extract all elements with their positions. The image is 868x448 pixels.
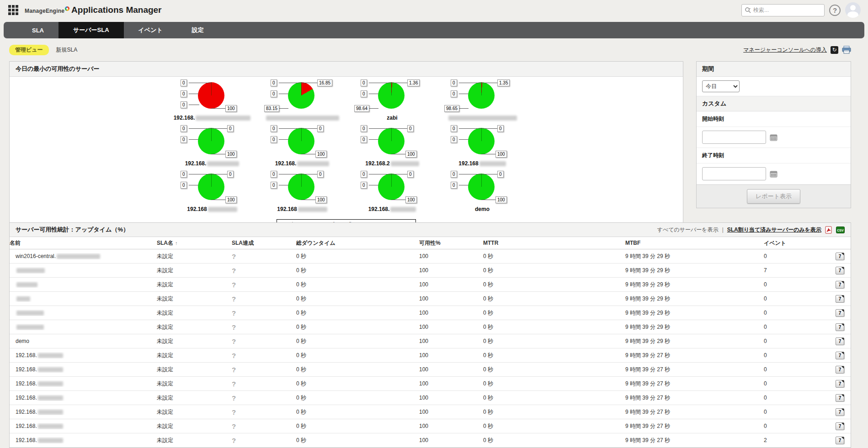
masked-text bbox=[16, 282, 37, 287]
seven-day-report-icon[interactable]: 7 bbox=[836, 323, 844, 331]
server-name[interactable] bbox=[263, 115, 341, 121]
seven-day-report-icon[interactable]: 7 bbox=[836, 394, 844, 402]
availability-pie-chart[interactable] bbox=[468, 82, 495, 109]
cell-name[interactable]: 192.168. bbox=[10, 437, 157, 443]
server-name[interactable]: 192.168. bbox=[173, 115, 251, 121]
seven-day-report-icon[interactable]: 7 bbox=[836, 352, 844, 359]
manager-console-link[interactable]: マネージャーコンソールへの導入 bbox=[743, 46, 827, 54]
pie-callout-line bbox=[369, 128, 391, 129]
tab-new-sla[interactable]: 新規SLA bbox=[56, 46, 78, 54]
availability-pie-chart[interactable] bbox=[288, 128, 314, 154]
server-name[interactable]: 192.168. bbox=[173, 160, 251, 167]
print-icon[interactable] bbox=[842, 46, 851, 54]
start-time-input[interactable] bbox=[702, 131, 766, 144]
server-name[interactable]: 192.168. bbox=[263, 160, 341, 167]
column-header[interactable]: イベント bbox=[764, 239, 832, 247]
app-logo: ManageEngine Applications Manager bbox=[25, 5, 162, 15]
csv-export-icon[interactable]: CSV bbox=[836, 227, 845, 233]
server-name[interactable]: 192.168 bbox=[443, 160, 521, 167]
server-name[interactable] bbox=[443, 115, 521, 121]
cell-name[interactable]: 192.168. bbox=[10, 409, 157, 415]
cell-name[interactable]: demo bbox=[10, 338, 157, 344]
column-header[interactable]: SLA名↑ bbox=[157, 239, 232, 247]
availability-pie-chart[interactable] bbox=[198, 128, 224, 154]
seven-day-report-icon[interactable]: 7 bbox=[836, 380, 844, 388]
cell-availability: 100 bbox=[419, 310, 483, 316]
availability-pie-chart[interactable] bbox=[198, 82, 224, 109]
availability-pie-chart[interactable] bbox=[468, 174, 495, 200]
sync-icon[interactable]: ↻ bbox=[831, 46, 838, 54]
cell-name[interactable] bbox=[10, 310, 157, 316]
nav-tab[interactable]: イベント bbox=[124, 22, 177, 38]
app-grid-icon[interactable] bbox=[8, 5, 18, 15]
pie-value-label: 100 bbox=[405, 196, 417, 203]
cell-name[interactable]: 192.168. bbox=[10, 352, 157, 358]
pie-value-label: 0 bbox=[361, 182, 367, 189]
pie-value-label: 0 bbox=[227, 171, 234, 178]
server-name[interactable]: demo bbox=[443, 206, 521, 213]
nav-tab[interactable]: 設定 bbox=[177, 22, 218, 38]
server-name[interactable]: 192.168 bbox=[263, 206, 341, 213]
cell-events: 0 bbox=[764, 352, 832, 358]
availability-pie-chart[interactable] bbox=[288, 174, 314, 200]
pie-callout-line bbox=[211, 174, 228, 174]
pie-callout-line bbox=[391, 154, 406, 154]
show-report-button[interactable]: レポート表示 bbox=[747, 189, 800, 204]
server-name[interactable]: 192.168.2 bbox=[353, 160, 431, 167]
cell-name[interactable] bbox=[10, 324, 157, 330]
search-input[interactable] bbox=[753, 7, 821, 13]
column-header[interactable]: 総ダウンタイム bbox=[296, 239, 419, 247]
seven-day-report-icon[interactable]: 7 bbox=[836, 366, 844, 374]
cell-name[interactable] bbox=[10, 281, 157, 288]
end-time-input[interactable] bbox=[702, 167, 766, 180]
cell-name[interactable] bbox=[10, 267, 157, 274]
user-avatar[interactable] bbox=[845, 2, 861, 18]
column-header[interactable]: 名前 bbox=[10, 239, 157, 247]
seven-day-report-icon[interactable]: 7 bbox=[836, 437, 844, 444]
cell-name[interactable]: 192.168. bbox=[10, 395, 157, 401]
availability-pie-chart[interactable] bbox=[198, 174, 224, 200]
cell-sla-name: 未設定 bbox=[157, 281, 232, 289]
cell-name[interactable]: 192.168. bbox=[10, 366, 157, 373]
cell-mtbf: 9 時間 39 分 27 秒 bbox=[625, 437, 764, 444]
seven-day-report-icon[interactable]: 7 bbox=[836, 281, 844, 289]
nav-tab[interactable]: サーバーSLA bbox=[59, 22, 124, 38]
tab-admin-view[interactable]: 管理ビュー bbox=[9, 45, 49, 55]
availability-pie-chart[interactable] bbox=[378, 128, 405, 154]
seven-day-report-icon[interactable]: 7 bbox=[836, 267, 844, 274]
availability-pie-chart[interactable] bbox=[288, 82, 314, 109]
pie-callout-line bbox=[279, 94, 288, 94]
calendar-icon[interactable] bbox=[770, 134, 777, 141]
availability-pie-chart[interactable] bbox=[468, 128, 495, 154]
column-header[interactable]: MTTR bbox=[483, 240, 625, 246]
cell-name[interactable] bbox=[10, 295, 157, 302]
nav-tab[interactable]: SLA bbox=[17, 22, 59, 38]
pie-value-label: 0 bbox=[451, 136, 457, 143]
pie-callout-line bbox=[459, 139, 469, 140]
column-header[interactable]: MTBF bbox=[625, 240, 764, 246]
cell-total-downtime: 0 秒 bbox=[296, 281, 419, 289]
help-icon[interactable]: ? bbox=[829, 5, 841, 16]
cell-name[interactable]: 192.168. bbox=[10, 423, 157, 429]
server-name[interactable]: 192.168. bbox=[353, 206, 431, 213]
seven-day-report-icon[interactable]: 7 bbox=[836, 309, 844, 317]
show-sla-servers-link[interactable]: SLA割り当て済みサーバーのみを表示 bbox=[727, 226, 821, 234]
cell-mtbf: 9 時間 39 分 29 秒 bbox=[625, 281, 764, 289]
cell-name[interactable]: 192.168. bbox=[10, 380, 157, 387]
period-select[interactable]: 今日 bbox=[702, 80, 740, 92]
calendar-icon[interactable] bbox=[770, 170, 777, 178]
availability-pie-chart[interactable] bbox=[378, 82, 405, 109]
column-header[interactable]: 可用性% bbox=[419, 239, 483, 247]
pdf-export-icon[interactable] bbox=[825, 226, 832, 234]
seven-day-report-icon[interactable]: 7 bbox=[836, 422, 844, 430]
seven-day-report-icon[interactable]: 7 bbox=[836, 253, 844, 260]
availability-pie-chart[interactable] bbox=[378, 174, 405, 200]
show-all-servers-link[interactable]: すべてのサーバーを表示 bbox=[657, 226, 719, 234]
seven-day-report-icon[interactable]: 7 bbox=[836, 337, 844, 345]
seven-day-report-icon[interactable]: 7 bbox=[836, 295, 844, 303]
seven-day-report-icon[interactable]: 7 bbox=[836, 408, 844, 416]
cell-name[interactable]: win2016-central. bbox=[10, 253, 157, 259]
server-name[interactable]: zabi bbox=[353, 115, 431, 121]
column-header[interactable]: SLA達成 bbox=[232, 239, 296, 247]
server-name[interactable]: 192.168 bbox=[173, 206, 251, 213]
